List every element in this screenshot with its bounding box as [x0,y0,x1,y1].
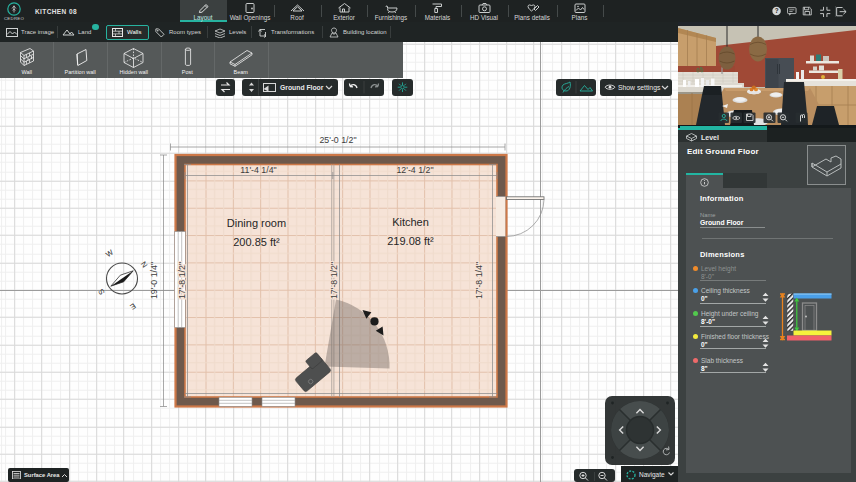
svg-text:219.08 ft²: 219.08 ft² [387,235,434,247]
svg-text:25'-0 1/2": 25'-0 1/2" [319,135,356,145]
svg-text:W: W [104,247,116,259]
svg-text:19'-0 1/4": 19'-0 1/4" [149,262,159,299]
svg-text:?: ? [775,7,779,14]
svg-text:S: S [96,287,106,296]
svg-text:11'-4 1/4": 11'-4 1/4" [240,165,276,175]
svg-text:N: N [139,260,149,270]
svg-text:Kitchen: Kitchen [392,216,429,228]
svg-text:17'-8 1/2": 17'-8 1/2" [329,262,339,299]
svg-text:12'-4 1/2": 12'-4 1/2" [396,165,433,175]
svg-text:CEDREO: CEDREO [4,16,25,21]
svg-text:17'-8 1/4": 17'-8 1/4" [474,262,484,299]
svg-text:17'-8 1/2": 17'-8 1/2" [177,262,187,299]
svg-text:200.85 ft²: 200.85 ft² [233,236,280,248]
svg-text:Dining room: Dining room [227,217,286,229]
svg-text:E: E [128,301,137,311]
